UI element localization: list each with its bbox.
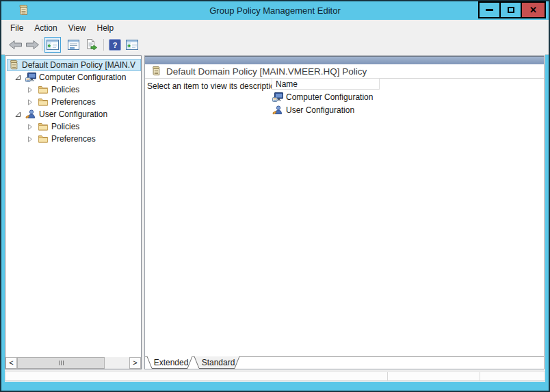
collapsed-twisty-icon[interactable]	[27, 124, 34, 130]
folder-icon	[38, 96, 49, 107]
list-item-user-configuration[interactable]: User Configuration	[272, 103, 354, 116]
menu-file[interactable]: File	[5, 21, 29, 35]
show-action-pane-button[interactable]	[124, 37, 140, 53]
tree-item-label: User Configuration	[39, 109, 107, 119]
tree-item-label: Policies	[51, 122, 79, 131]
view-tabstrip: Extended Standard	[145, 356, 544, 369]
results-header-band	[145, 56, 544, 64]
scrollbar-thumb[interactable]	[17, 357, 105, 369]
results-pane: Default Domain Policy [MAIN.VMEER.HQ] Po…	[144, 55, 545, 369]
folder-icon	[38, 121, 49, 132]
back-button[interactable]	[7, 37, 23, 53]
maximize-button[interactable]	[501, 3, 521, 17]
tree-item-label: Computer Configuration	[39, 73, 126, 82]
back-arrow-icon	[8, 40, 23, 50]
close-button[interactable]: ✕	[522, 3, 545, 17]
results-header: Default Domain Policy [MAIN.VMEER.HQ] Po…	[145, 64, 544, 78]
toolbar: ?	[1, 36, 549, 55]
tab-extended[interactable]: Extended	[152, 358, 190, 367]
folder-icon	[38, 133, 49, 144]
user-icon	[272, 105, 283, 116]
gpo-scroll-icon	[8, 60, 19, 70]
menu-help[interactable]: Help	[92, 21, 120, 35]
tree-horizontal-scrollbar[interactable]: < >	[5, 357, 141, 369]
window-controls: ✕	[478, 1, 546, 18]
user-icon	[25, 109, 36, 120]
folder-icon	[38, 84, 49, 95]
menu-action[interactable]: Action	[29, 21, 62, 35]
description-text: Select an item to view its description.	[147, 81, 282, 91]
toolbar-separator	[42, 39, 42, 51]
expanded-twisty-icon[interactable]	[15, 75, 21, 81]
forward-arrow-icon	[25, 40, 40, 50]
toolbar-separator	[103, 39, 104, 51]
column-header-label: Name	[276, 79, 298, 89]
statusbar-separator	[480, 372, 480, 380]
tree-item-user-configuration[interactable]: User Configuration	[5, 108, 141, 120]
expanded-twisty-icon[interactable]	[15, 112, 21, 118]
menu-bar: File Action View Help	[1, 20, 549, 36]
tree-item-label: Default Domain Policy [MAIN.V	[22, 60, 135, 70]
menu-view[interactable]: View	[63, 21, 92, 35]
help-icon: ?	[109, 39, 121, 51]
status-bar	[5, 371, 545, 381]
tab-standard[interactable]: Standard	[198, 358, 238, 367]
scroll-left-button[interactable]: <	[5, 357, 17, 369]
tree-item-computer-policies[interactable]: Policies	[5, 83, 141, 96]
console-tree: Default Domain Policy [MAIN.V	[5, 59, 141, 145]
tree-item-computer-configuration[interactable]: Computer Configuration	[5, 71, 141, 83]
tree-item-computer-preferences[interactable]: Preferences	[5, 96, 141, 108]
tree-item-user-preferences[interactable]: Preferences	[5, 133, 141, 145]
console-tree-icon	[47, 40, 59, 50]
computer-icon	[272, 92, 283, 103]
properties-icon	[68, 40, 79, 50]
collapsed-twisty-icon[interactable]	[27, 87, 34, 93]
tree-item-label: Preferences	[51, 134, 96, 144]
statusbar-separator	[387, 372, 388, 380]
list-item-label: User Configuration	[286, 105, 354, 115]
show-console-tree-button[interactable]	[44, 37, 61, 53]
list-item-label: Computer Configuration	[286, 92, 373, 102]
list-item-computer-configuration[interactable]: Computer Configuration	[272, 90, 373, 103]
collapsed-twisty-icon[interactable]	[27, 136, 34, 142]
action-pane-icon	[126, 40, 138, 50]
help-button[interactable]: ?	[107, 37, 123, 53]
results-pane-title: Default Domain Policy [MAIN.VMEER.HQ] Po…	[166, 66, 367, 77]
tree-item-default-domain-policy[interactable]: Default Domain Policy [MAIN.V	[7, 59, 141, 71]
computer-icon	[25, 72, 36, 83]
list-column-header-name[interactable]: Name	[272, 78, 380, 90]
gpo-scroll-icon	[151, 66, 161, 77]
minimize-button[interactable]	[480, 3, 499, 17]
export-list-icon	[86, 39, 97, 51]
window-title: Group Policy Management Editor	[1, 5, 549, 16]
console-tree-pane: Default Domain Policy [MAIN.V	[5, 55, 142, 369]
minimize-icon	[486, 9, 493, 11]
export-list-button[interactable]	[83, 37, 99, 53]
properties-button[interactable]	[65, 37, 81, 53]
forward-button[interactable]	[24, 37, 40, 53]
scroll-right-button[interactable]: >	[129, 357, 141, 369]
collapsed-twisty-icon[interactable]	[27, 99, 34, 105]
maximize-icon	[508, 7, 514, 13]
tree-item-label: Preferences	[51, 97, 96, 107]
tree-item-user-policies[interactable]: Policies	[5, 120, 141, 133]
tree-item-label: Policies	[51, 85, 79, 94]
gpme-window: Group Policy Management Editor ✕ File Ac…	[0, 0, 550, 392]
close-icon: ✕	[529, 5, 537, 14]
title-bar[interactable]: Group Policy Management Editor ✕	[1, 1, 549, 20]
